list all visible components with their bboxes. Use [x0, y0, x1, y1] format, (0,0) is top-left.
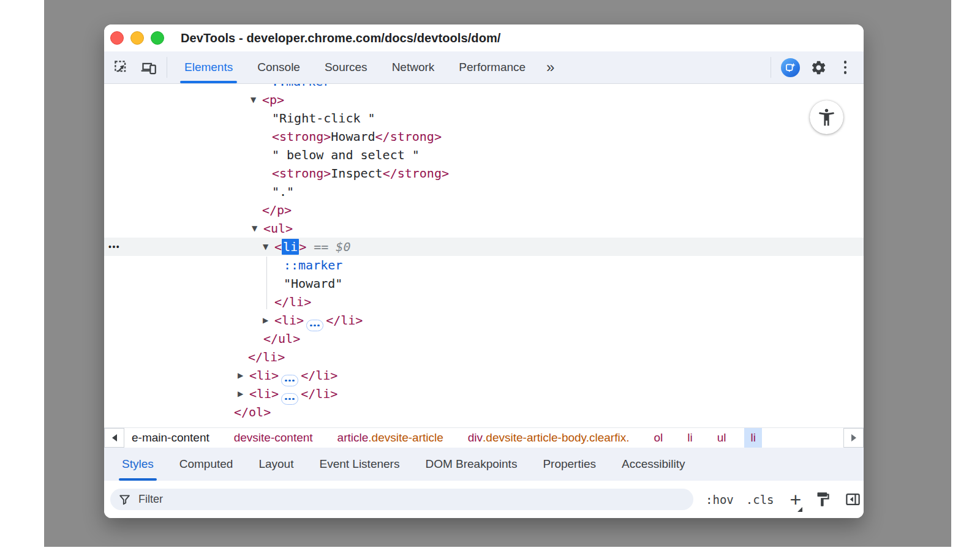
toolbar-right-controls	[766, 54, 859, 81]
crumb-tag-part: ol	[654, 431, 663, 445]
tab-sources[interactable]: Sources	[312, 51, 380, 83]
dom-segment-tag: >	[299, 239, 306, 254]
dom-segment-tag: <p>	[262, 92, 284, 107]
breadcrumb-item-selected[interactable]: li	[744, 428, 761, 448]
device-toolbar-icon[interactable]	[135, 54, 162, 81]
close-window-button[interactable]	[110, 31, 124, 45]
expanded-arrow-icon[interactable]: ▼	[251, 91, 256, 109]
panel-tab-dom-breakpoints[interactable]: DOM Breakpoints	[412, 448, 530, 481]
breadcrumb: e-main-contentdevsite-contentarticle.dev…	[104, 427, 864, 448]
inspect-icon[interactable]	[108, 54, 135, 81]
breadcrumb-item[interactable]: div.devsite-article-body.clearfix.	[462, 428, 636, 448]
element-classes-button[interactable]: .cls	[746, 493, 774, 506]
ai-assistance-icon[interactable]	[781, 58, 800, 77]
dom-segment-text: Inspect	[331, 166, 382, 181]
chevron-right-icon	[851, 434, 856, 441]
crumb-tag-part: li	[687, 431, 692, 445]
overflow-dots-icon[interactable]: •••	[108, 238, 120, 256]
tab-elements[interactable]: Elements	[172, 51, 245, 83]
breadcrumb-item[interactable]: devsite-content	[228, 428, 319, 448]
crumb-tag-part: devsite-content	[234, 431, 313, 445]
dom-tree-row[interactable]: " below and select "	[104, 146, 864, 164]
dom-segment-text: "."	[272, 184, 294, 199]
panel-tab-event-listeners[interactable]: Event Listeners	[306, 448, 412, 481]
more-tabs-icon[interactable]: »	[538, 60, 563, 75]
collapsed-arrow-icon[interactable]: ▶	[238, 385, 243, 403]
dom-segment-tag: <li>	[249, 386, 279, 401]
crumb-plain-part: e-main-content	[132, 431, 209, 445]
dom-tree-row[interactable]: "."	[104, 182, 864, 201]
indent-guide	[266, 257, 267, 309]
dom-tree-row[interactable]: <strong>Howard</strong>	[104, 127, 864, 146]
rendering-brush-icon[interactable]	[815, 491, 831, 508]
dom-tree-row[interactable]: <strong>Inspect</strong>	[104, 164, 864, 182]
tab-network[interactable]: Network	[380, 51, 447, 83]
dom-tree-row[interactable]: ▶<li></li>	[104, 311, 864, 329]
dom-segment-tag: <li>	[249, 368, 279, 383]
dom-segment-dollar: $0	[336, 239, 350, 254]
tab-console[interactable]: Console	[245, 51, 312, 83]
dom-segment-tag: <	[274, 239, 282, 254]
dom-tree-row[interactable]: "Howard"	[104, 274, 864, 293]
dom-tree-row[interactable]: ::marker	[104, 256, 864, 274]
filter-funnel-icon	[118, 493, 131, 506]
more-options-kebab-icon[interactable]	[832, 54, 859, 81]
dom-tree-row[interactable]: ▼<ul>	[104, 219, 864, 238]
dom-tree-row[interactable]: ▼<p>	[104, 91, 864, 109]
panel-tab-layout[interactable]: Layout	[246, 448, 306, 481]
breadcrumb-item[interactable]: ol	[647, 428, 669, 448]
dom-tree-row[interactable]: ▶<li></li>	[104, 366, 864, 385]
dom-tree-row[interactable]: </ul>	[104, 329, 864, 348]
expanded-arrow-icon[interactable]: ▼	[263, 238, 268, 256]
styles-panel-tab-bar: StylesComputedLayoutEvent ListenersDOM B…	[104, 448, 864, 481]
new-style-rule-button[interactable]: +	[790, 490, 802, 509]
dom-tree-row[interactable]: </p>	[104, 201, 864, 219]
devtools-tab-bar: ElementsConsoleSourcesNetworkPerformance	[172, 51, 538, 83]
breadcrumb-scroll-right-button[interactable]	[843, 428, 864, 448]
dom-segment-tag: </strong>	[383, 166, 449, 181]
maximize-window-button[interactable]	[151, 31, 164, 45]
chevron-left-icon	[112, 434, 117, 441]
filter-text-field[interactable]	[137, 492, 685, 506]
dom-segment-tag: </li>	[301, 368, 337, 383]
panel-tab-styles[interactable]: Styles	[109, 448, 167, 481]
window-title: DevTools - developer.chrome.com/docs/dev…	[181, 31, 501, 45]
breadcrumb-scroll-left-button[interactable]	[104, 428, 124, 448]
breadcrumb-item[interactable]: ul	[711, 428, 733, 448]
panel-tab-computed[interactable]: Computed	[167, 448, 246, 481]
crumb-tag-part: article	[337, 431, 369, 445]
toggle-element-state-button[interactable]: :hov	[706, 493, 734, 506]
breadcrumb-item[interactable]: li	[681, 428, 698, 448]
crumb-tag-part: li	[750, 431, 755, 445]
breadcrumb-item[interactable]: article.devsite-article	[331, 428, 450, 448]
panel-tab-properties[interactable]: Properties	[530, 448, 609, 481]
breadcrumb-item[interactable]: e-main-content	[126, 428, 216, 448]
accessibility-icon	[816, 107, 837, 127]
panel-tab-accessibility[interactable]: Accessibility	[609, 448, 698, 481]
collapsed-arrow-icon[interactable]: ▶	[263, 311, 268, 329]
dom-segment-equals: ==	[306, 239, 336, 254]
toggle-sidebar-icon[interactable]	[845, 491, 861, 508]
tab-performance[interactable]: Performance	[447, 51, 538, 83]
dom-segment-pseudo: ::marker	[271, 84, 330, 89]
traffic-lights	[110, 31, 164, 45]
filter-input[interactable]	[110, 489, 693, 510]
minimize-window-button[interactable]	[130, 31, 144, 45]
dom-segment-tag: <li>	[274, 313, 304, 328]
dom-tree-row[interactable]: ::marker	[104, 84, 864, 91]
accessibility-widget-button[interactable]	[810, 100, 843, 134]
dom-segment-tag: </li>	[301, 386, 337, 401]
dom-tree-row[interactable]: </ol>	[104, 403, 864, 421]
dom-tree-row[interactable]: </li>	[104, 348, 864, 366]
dom-tree-row[interactable]: ▶<li></li>	[104, 385, 864, 403]
toolbar-divider-right	[771, 57, 771, 78]
settings-gear-icon[interactable]	[805, 54, 832, 81]
dom-segment-tag: </li>	[248, 350, 285, 364]
dom-tree-row-selected[interactable]: •••▼<li> == $0	[104, 238, 864, 256]
expanded-arrow-icon[interactable]: ▼	[252, 219, 257, 238]
dom-tree-row[interactable]: </li>	[104, 293, 864, 311]
dom-tree-row[interactable]: "Right-click "	[104, 109, 864, 127]
crumb-cls-part: .devsite-article	[368, 431, 443, 445]
collapsed-arrow-icon[interactable]: ▶	[238, 366, 243, 385]
dom-segment-tag: </strong>	[375, 129, 442, 144]
